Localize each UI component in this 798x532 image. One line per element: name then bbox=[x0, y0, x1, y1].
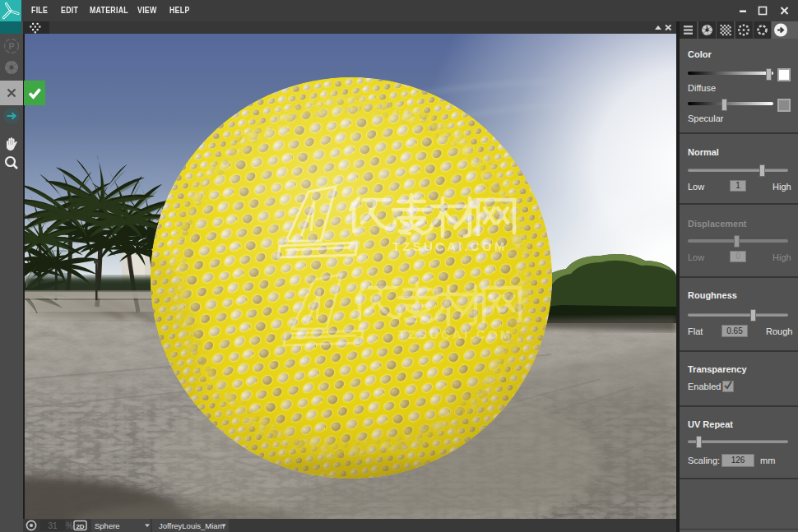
svg-text:2D: 2D bbox=[76, 523, 84, 530]
svg-text:JoffreyLouis_Miam: JoffreyLouis_Miam bbox=[159, 521, 225, 530]
svg-text:%: % bbox=[66, 521, 73, 530]
svg-text:P: P bbox=[8, 41, 14, 51]
svg-text:31: 31 bbox=[48, 521, 58, 530]
svg-text:TZSUCAI.COM: TZSUCAI.COM bbox=[392, 239, 507, 253]
svg-text:Sphere: Sphere bbox=[95, 521, 120, 530]
